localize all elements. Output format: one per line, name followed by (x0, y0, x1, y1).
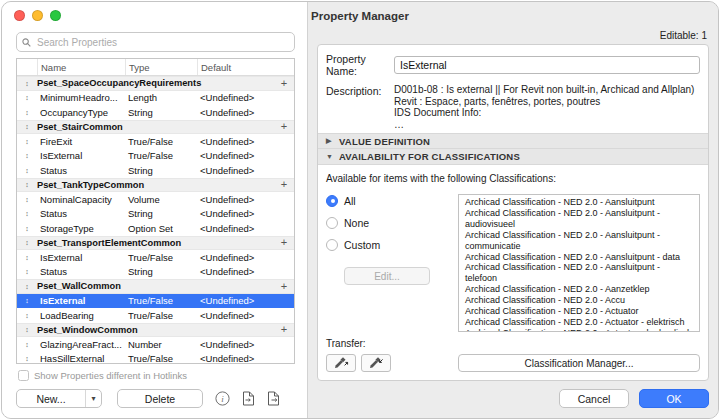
property-row[interactable]: ↕IsExternalTrue/False<Undefined> (17, 149, 294, 164)
property-default-cell: <Undefined> (197, 295, 294, 306)
property-row[interactable]: ↕StatusString<Undefined> (17, 163, 294, 178)
zoom-window-icon[interactable] (50, 10, 61, 21)
property-name-cell: HasSillExternal (37, 353, 125, 363)
property-default-cell: <Undefined> (197, 223, 294, 234)
disclosure-collapsed-icon[interactable]: ▶ (326, 137, 334, 145)
property-row[interactable]: ↕LoadBearingTrue/False<Undefined> (17, 308, 294, 323)
property-type-cell: Length (125, 92, 197, 103)
property-group-name: Pset_StairCommon (37, 122, 274, 132)
column-header-default[interactable]: Default (197, 59, 294, 75)
inject-parameters-button[interactable] (361, 354, 391, 372)
property-default-cell: <Undefined> (197, 194, 294, 205)
property-group-row[interactable]: ↕Pset_StairCommon+ (17, 120, 294, 135)
property-row[interactable]: ↕StatusString<Undefined> (17, 207, 294, 222)
section-availability[interactable]: ▼ AVAILABILITY FOR CLASSIFICATIONS (318, 149, 708, 165)
property-type-cell: True/False (125, 252, 197, 263)
classification-item: Archicad Classification - NED 2.0 - Actu… (465, 317, 693, 328)
ok-button[interactable]: OK (639, 389, 709, 408)
classification-item: Archicad Classification - NED 2.0 - Aans… (465, 230, 693, 252)
info-button[interactable]: i (215, 391, 230, 406)
add-property-button[interactable]: + (274, 78, 294, 89)
property-row[interactable]: ↕FireExitTrue/False<Undefined> (17, 134, 294, 149)
new-property-button[interactable]: New... ▾ (16, 389, 102, 408)
radio-option-custom[interactable]: Custom (326, 238, 458, 251)
property-group-row[interactable]: ↕Pset_WallCommon+ (17, 279, 294, 294)
cancel-button[interactable]: Cancel (559, 389, 629, 408)
availability-title: AVAILABILITY FOR CLASSIFICATIONS (339, 151, 520, 162)
property-row[interactable]: ↕OccupancyTypeString<Undefined> (17, 105, 294, 120)
radio-option-label: All (344, 195, 356, 207)
reorder-icon: ↕ (17, 312, 37, 319)
radio-button-icon (326, 217, 338, 229)
radio-button-icon (326, 195, 338, 207)
property-row[interactable]: ↕IsExternalTrue/False<Undefined> (17, 294, 294, 309)
classification-manager-button[interactable]: Classification Manager... (458, 354, 700, 372)
reorder-icon: ↕ (17, 254, 37, 261)
property-row[interactable]: ↕StatusString<Undefined> (17, 265, 294, 280)
property-default-cell: <Undefined> (197, 208, 294, 219)
add-property-button[interactable]: + (274, 281, 294, 292)
chevron-down-icon[interactable]: ▾ (85, 390, 101, 407)
inject-parameters-icon (369, 357, 384, 369)
property-name-cell: Status (37, 165, 125, 176)
property-default-cell: <Undefined> (197, 107, 294, 118)
property-group-row[interactable]: ↕Pset_TransportElementCommon+ (17, 236, 294, 251)
property-name-cell: Status (37, 208, 125, 219)
radio-option-none[interactable]: None (326, 216, 458, 229)
property-name-cell: MinimumHeadro... (37, 92, 125, 103)
close-window-icon[interactable] (14, 10, 25, 21)
property-name-cell: NominalCapacity (37, 194, 125, 205)
classification-list[interactable]: Archicad Classification - NED 2.0 - Aans… (458, 194, 700, 332)
property-group-row[interactable]: ↕Pset_TankTypeCommon+ (17, 178, 294, 193)
search-box[interactable] (16, 32, 295, 52)
pick-up-parameters-button[interactable] (326, 354, 356, 372)
import-properties-button[interactable] (242, 391, 255, 406)
pick-up-parameters-icon (334, 357, 349, 369)
editable-count: Editable: 1 (317, 30, 707, 41)
edit-classifications-button[interactable]: Edit... (344, 267, 430, 285)
disclosure-expanded-icon[interactable]: ▼ (326, 153, 334, 160)
classification-radio-group: AllNoneCustom (326, 194, 458, 251)
property-name-cell: OccupancyType (37, 107, 125, 118)
property-row[interactable]: ↕MinimumHeadro...Length<Undefined> (17, 91, 294, 106)
property-type-cell: Option Set (125, 223, 197, 234)
property-name-cell: StorageType (37, 223, 125, 234)
left-toolbar: New... ▾ Delete i (16, 389, 295, 408)
property-name-input[interactable] (394, 56, 700, 74)
classification-item: Archicad Classification - NED 2.0 - Aans… (465, 208, 693, 230)
property-row[interactable]: ↕StorageTypeOption Set<Undefined> (17, 221, 294, 236)
classification-item: Archicad Classification - NED 2.0 - Actu… (465, 328, 693, 332)
property-default-cell: <Undefined> (197, 150, 294, 161)
property-group-name: Pset_TransportElementCommon (37, 238, 274, 248)
description-text: D001b-08 : Is external || For Revit non … (394, 84, 700, 128)
add-property-button[interactable]: + (274, 324, 294, 335)
property-group-row[interactable]: ↕Pset_SpaceOccupancyRequirements+ (17, 76, 294, 91)
section-value-definition[interactable]: ▶ VALUE DEFINITION (318, 133, 708, 149)
reorder-icon: ↕ (17, 297, 37, 304)
add-property-button[interactable]: + (274, 121, 294, 132)
property-group-row[interactable]: ↕Pset_WindowCommon+ (17, 323, 294, 338)
reorder-icon: ↕ (17, 123, 37, 130)
property-table[interactable]: Name Type Default ↕Pset_SpaceOccupancyRe… (16, 58, 295, 364)
hotlinks-checkbox[interactable] (18, 370, 29, 381)
availability-intro: Available for items with the following C… (326, 173, 700, 184)
property-row[interactable]: ↕NominalCapacityVolume<Undefined> (17, 192, 294, 207)
window-title: Property Manager (311, 10, 409, 22)
column-header-name[interactable]: Name (37, 59, 125, 75)
column-header-type[interactable]: Type (125, 59, 197, 75)
property-type-cell: True/False (125, 353, 197, 363)
add-property-button[interactable]: + (274, 179, 294, 190)
add-property-button[interactable]: + (274, 237, 294, 248)
property-row[interactable]: ↕IsExternalTrue/False<Undefined> (17, 250, 294, 265)
import-document-icon (242, 391, 255, 406)
property-row[interactable]: ↕GlazingAreaFract...Number<Undefined> (17, 337, 294, 352)
minimize-window-icon[interactable] (32, 10, 43, 21)
description-label: Description: (326, 84, 394, 128)
radio-option-all[interactable]: All (326, 194, 458, 207)
properties-panel: Name Type Default ↕Pset_SpaceOccupancyRe… (2, 2, 307, 418)
export-properties-button[interactable] (267, 391, 280, 406)
property-row[interactable]: ↕HasSillExternalTrue/False<Undefined> (17, 352, 294, 364)
delete-property-button[interactable]: Delete (117, 389, 203, 408)
search-input[interactable] (35, 36, 289, 49)
property-details-card: Property Name: Description: D001b-08 : I… (317, 44, 709, 381)
